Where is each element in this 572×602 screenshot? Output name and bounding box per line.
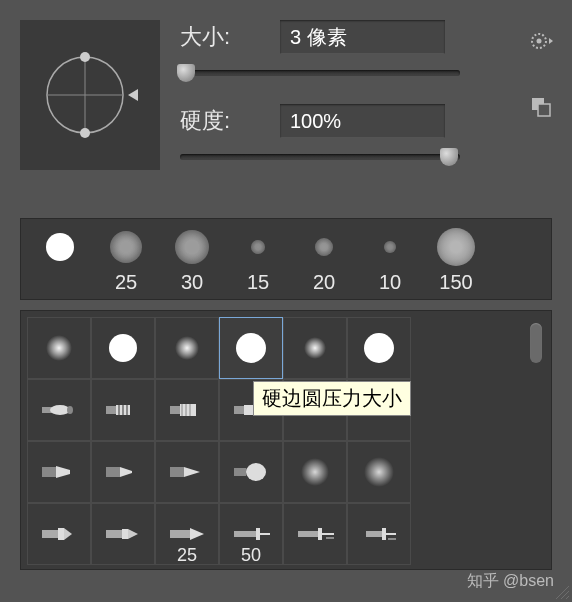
brush-grid-cell[interactable] <box>283 503 347 565</box>
size-label: 大小: <box>180 22 270 52</box>
brush-grid-cell[interactable]: 50 <box>219 503 283 565</box>
size-slider[interactable] <box>180 62 460 86</box>
hardness-slider[interactable] <box>180 146 460 170</box>
svg-rect-42 <box>106 530 122 538</box>
svg-rect-48 <box>256 528 260 540</box>
svg-marker-5 <box>128 89 138 101</box>
brush-preset-item[interactable]: 25 <box>93 227 159 295</box>
svg-rect-17 <box>122 405 124 415</box>
svg-rect-31 <box>42 467 56 477</box>
cell-label: 25 <box>177 545 197 566</box>
preset-label: 20 <box>313 271 335 295</box>
preset-label: 25 <box>115 271 137 295</box>
new-preset-icon[interactable] <box>528 94 554 120</box>
svg-rect-24 <box>234 406 244 414</box>
svg-line-60 <box>566 596 569 599</box>
svg-rect-40 <box>58 528 64 540</box>
svg-point-3 <box>80 52 90 62</box>
svg-rect-54 <box>366 531 382 537</box>
brush-grid-cell[interactable] <box>91 441 155 503</box>
svg-marker-36 <box>184 467 200 477</box>
cell-label: 50 <box>241 545 261 566</box>
svg-point-4 <box>80 128 90 138</box>
resize-grip-icon[interactable] <box>552 582 570 600</box>
svg-marker-8 <box>549 38 553 44</box>
brush-grid-cell[interactable] <box>91 379 155 441</box>
preset-label: 15 <box>247 271 269 295</box>
scrollbar[interactable] <box>527 317 545 565</box>
svg-rect-14 <box>106 406 116 414</box>
brush-grid-cell[interactable] <box>155 317 219 379</box>
brush-grid-cell[interactable]: 25 <box>155 503 219 565</box>
brush-grid-cell[interactable] <box>27 441 91 503</box>
svg-rect-50 <box>298 531 318 537</box>
svg-rect-37 <box>234 468 246 476</box>
svg-rect-47 <box>234 531 256 537</box>
brush-preset-row: 2530152010150 <box>20 218 552 300</box>
brush-grid-cell[interactable] <box>155 379 219 441</box>
brush-grid-cell[interactable] <box>347 503 411 565</box>
svg-rect-45 <box>170 530 190 538</box>
brush-grid-cell[interactable] <box>347 317 411 379</box>
svg-rect-19 <box>170 406 180 414</box>
brush-grid-cell[interactable] <box>219 441 283 503</box>
brush-grid-cell[interactable] <box>91 317 155 379</box>
size-input[interactable] <box>280 20 445 54</box>
preset-label: 30 <box>181 271 203 295</box>
svg-marker-34 <box>120 467 132 477</box>
brush-preset-item[interactable]: 30 <box>159 227 225 295</box>
svg-rect-35 <box>170 467 184 477</box>
preset-label: 10 <box>379 271 401 295</box>
brush-preset-item[interactable]: 20 <box>291 227 357 295</box>
svg-marker-41 <box>64 528 72 540</box>
svg-rect-33 <box>106 467 120 477</box>
svg-marker-32 <box>56 466 70 478</box>
hardness-input[interactable] <box>280 104 445 138</box>
brush-grid-cell[interactable] <box>27 503 91 565</box>
preset-label: 150 <box>439 271 472 295</box>
gear-icon[interactable] <box>528 28 554 54</box>
svg-rect-55 <box>382 528 386 540</box>
brush-grid-cell[interactable] <box>91 503 155 565</box>
svg-rect-10 <box>538 104 550 116</box>
brush-grid-cell[interactable] <box>155 441 219 503</box>
brush-preset-item[interactable]: 150 <box>423 227 489 295</box>
brush-grid-cell[interactable] <box>347 441 411 503</box>
brush-angle-preview[interactable] <box>20 20 160 170</box>
brush-grid: 2550 硬边圆压力大小 <box>20 310 552 570</box>
brush-preset-item[interactable] <box>27 227 93 295</box>
scroll-thumb[interactable] <box>530 323 542 363</box>
hardness-label: 硬度: <box>180 106 270 136</box>
svg-point-7 <box>537 39 542 44</box>
brush-preset-item[interactable]: 10 <box>357 227 423 295</box>
svg-rect-43 <box>122 529 128 539</box>
svg-rect-18 <box>126 405 128 415</box>
brush-tooltip: 硬边圆压力大小 <box>253 381 411 416</box>
svg-point-38 <box>246 463 266 481</box>
svg-marker-46 <box>190 528 204 540</box>
brush-grid-cell[interactable] <box>27 317 91 379</box>
brush-preset-item[interactable]: 15 <box>225 227 291 295</box>
svg-rect-51 <box>318 528 322 540</box>
brush-grid-cell[interactable] <box>27 379 91 441</box>
svg-point-13 <box>67 406 73 414</box>
svg-marker-44 <box>128 529 138 539</box>
brush-grid-cell[interactable] <box>219 317 283 379</box>
svg-rect-39 <box>42 530 58 538</box>
svg-rect-16 <box>118 405 120 415</box>
brush-grid-cell[interactable] <box>283 317 347 379</box>
brush-grid-cell[interactable] <box>283 441 347 503</box>
watermark: 知乎 @bsen <box>467 571 554 592</box>
